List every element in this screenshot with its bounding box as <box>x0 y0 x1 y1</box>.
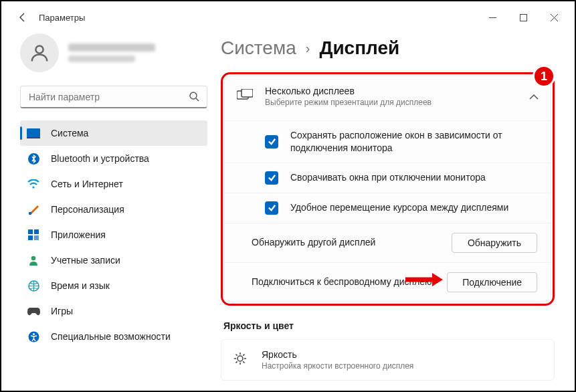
svg-point-7 <box>29 212 32 215</box>
svg-point-12 <box>31 256 36 261</box>
main-content: Система › Дисплей 1 Несколько дисплеев В… <box>215 33 575 391</box>
wireless-display-row: Подключиться к беспроводному дисплею Под… <box>225 262 551 302</box>
section-brightness-title: Яркость и цвет <box>223 320 555 331</box>
svg-point-15 <box>32 332 34 334</box>
annotation-badge: 1 <box>533 65 555 88</box>
checkbox-checked-icon[interactable] <box>265 171 278 185</box>
nav-time-language[interactable]: Время и язык <box>20 273 207 298</box>
nav-apps[interactable]: Приложения <box>20 222 207 248</box>
sidebar: Система Bluetooth и устройства Сеть и Ин… <box>1 33 215 391</box>
close-button[interactable] <box>539 7 569 28</box>
nav-list: Система Bluetooth и устройства Сеть и Ин… <box>20 120 207 349</box>
svg-rect-8 <box>28 229 33 234</box>
search-icon <box>189 91 199 104</box>
nav-personalization[interactable]: Персонализация <box>20 197 207 222</box>
nav-label: Bluetooth и устройства <box>51 153 149 164</box>
svg-rect-4 <box>27 137 40 138</box>
nav-label: Сеть и Интернет <box>51 179 123 189</box>
nav-accessibility[interactable]: Специальные возможности <box>20 324 207 349</box>
option-label: Сворачивать окна при отключении монитора <box>290 171 486 184</box>
panel-subtitle: Выберите режим презентации для дисплеев <box>265 98 431 107</box>
checkbox-checked-icon[interactable] <box>265 201 278 215</box>
detect-button[interactable]: Обнаружить <box>452 233 537 253</box>
nav-gaming[interactable]: Игры <box>20 298 207 324</box>
wifi-icon <box>27 177 40 191</box>
nav-label: Время и язык <box>51 280 110 291</box>
sun-icon <box>233 352 248 368</box>
nav-label: Игры <box>51 306 73 316</box>
action-label: Подключиться к беспроводному дисплею <box>252 276 447 288</box>
breadcrumb-parent[interactable]: Система <box>221 37 296 59</box>
profile-name <box>68 43 155 52</box>
nav-label: Персонализация <box>51 204 124 215</box>
back-button[interactable] <box>12 7 33 28</box>
action-label: Обнаружить другой дисплей <box>252 236 452 249</box>
svg-rect-0 <box>520 14 526 21</box>
nav-label: Приложения <box>51 229 106 240</box>
person-icon <box>27 254 40 267</box>
nav-label: Система <box>51 128 88 138</box>
svg-rect-3 <box>27 128 40 137</box>
bluetooth-icon <box>27 152 40 165</box>
option-remember-windows[interactable]: Сохранять расположение окон в зависимост… <box>225 120 551 163</box>
nav-label: Учетные записи <box>51 255 120 266</box>
brush-icon <box>27 203 40 216</box>
option-minimize-on-disconnect[interactable]: Сворачивать окна при отключении монитора <box>225 163 551 193</box>
globe-icon <box>27 279 40 292</box>
nav-label: Специальные возможности <box>51 331 171 342</box>
maximize-button[interactable] <box>508 7 539 28</box>
panel-header[interactable]: Несколько дисплеев Выберите режим презен… <box>225 76 551 116</box>
svg-rect-17 <box>242 89 253 97</box>
chevron-right-icon: › <box>306 41 310 56</box>
window-controls <box>477 7 569 28</box>
checkbox-checked-icon[interactable] <box>265 135 278 149</box>
brightness-panel[interactable]: Яркость Настройка яркости встроенного ди… <box>221 339 555 381</box>
option-label: Сохранять расположение окон в зависимост… <box>290 129 537 155</box>
multiple-displays-panel: Несколько дисплеев Выберите режим презен… <box>224 76 551 302</box>
accessibility-icon <box>27 330 40 343</box>
nav-bluetooth[interactable]: Bluetooth и устройства <box>20 146 207 171</box>
nav-system[interactable]: Система <box>20 120 207 146</box>
chevron-up-icon <box>529 90 539 102</box>
nav-network[interactable]: Сеть и Интернет <box>20 171 207 197</box>
profile-email <box>68 56 135 62</box>
brightness-subtitle: Настройка яркости встроенного дисплея <box>262 361 413 371</box>
breadcrumb-current: Дисплей <box>319 37 399 59</box>
svg-point-18 <box>237 356 243 361</box>
search-box[interactable] <box>20 86 207 108</box>
system-icon <box>27 126 40 140</box>
svg-point-1 <box>35 45 43 53</box>
panel-title: Несколько дисплеев <box>265 86 431 96</box>
window-title: Параметры <box>39 13 85 23</box>
svg-point-6 <box>32 186 34 188</box>
titlebar: Параметры <box>1 1 575 33</box>
breadcrumb: Система › Дисплей <box>221 37 555 59</box>
apps-icon <box>27 228 40 241</box>
search-input[interactable] <box>20 86 207 108</box>
profile-block[interactable] <box>20 33 207 72</box>
displays-icon <box>237 89 252 104</box>
connect-button[interactable]: Подключение <box>447 272 537 292</box>
detect-display-row: Обнаружить другой дисплей Обнаружить <box>225 223 551 262</box>
minimize-button[interactable] <box>477 7 508 28</box>
svg-rect-11 <box>34 235 39 240</box>
avatar <box>20 33 59 72</box>
gamepad-icon <box>27 304 40 318</box>
brightness-title: Яркость <box>262 349 413 360</box>
svg-rect-9 <box>34 229 39 234</box>
annotation-box: 1 Несколько дисплеев Выберите режим през… <box>221 72 555 306</box>
svg-rect-10 <box>28 235 33 240</box>
option-ease-cursor[interactable]: Удобное перемещение курсора между диспле… <box>225 193 551 223</box>
nav-accounts[interactable]: Учетные записи <box>20 248 207 273</box>
svg-point-2 <box>190 92 197 99</box>
option-label: Удобное перемещение курсора между диспле… <box>290 201 508 214</box>
